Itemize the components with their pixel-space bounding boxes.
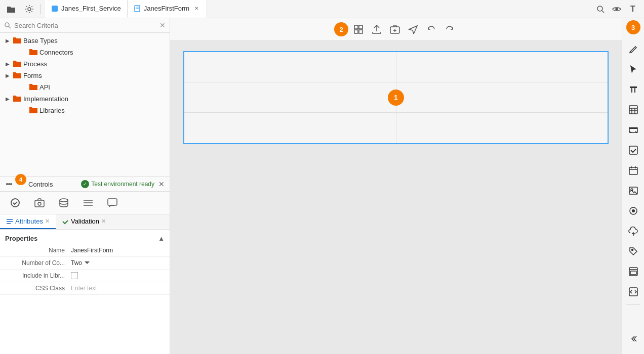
svg-point-0 xyxy=(28,8,31,11)
controls-status: ✓ Test environment ready xyxy=(81,180,154,188)
svg-point-7 xyxy=(616,8,618,10)
tree-item-connectors[interactable]: Connectors xyxy=(0,47,170,58)
tool-tag[interactable] xyxy=(624,242,642,260)
properties-header: Properties ▲ xyxy=(0,233,170,244)
ctrl-database-icon[interactable] xyxy=(57,196,71,210)
attr-tabs: Attributes ✕ Validation ✕ xyxy=(0,214,170,230)
search-bar: ✕ xyxy=(0,18,170,33)
chevron-down-icon[interactable] xyxy=(84,261,90,265)
svg-point-8 xyxy=(5,23,9,27)
sidebar-divider xyxy=(626,304,640,304)
settings-button[interactable] xyxy=(22,2,36,16)
form-canvas[interactable]: 1 xyxy=(183,51,609,144)
toolbar-send-btn[interactable] xyxy=(405,21,421,37)
tool-check[interactable] xyxy=(624,141,642,159)
badge-3: 3 xyxy=(626,20,640,34)
ctrl-list-icon[interactable] xyxy=(81,196,95,210)
form-tab-label: JanesFirstForm xyxy=(144,5,189,12)
service-tab[interactable]: Janes_First_Service xyxy=(45,0,128,18)
svg-rect-26 xyxy=(354,30,358,33)
controls-header: 4 Controls ✓ Test environment ready ✕ xyxy=(0,177,170,192)
forms-label: Forms xyxy=(23,72,42,79)
properties-collapse[interactable]: ▲ xyxy=(158,235,165,242)
svg-rect-37 xyxy=(629,146,637,154)
prop-css-row: CSS Class Enter text xyxy=(0,282,170,295)
tree-item-implementation[interactable]: ▶ Implementation xyxy=(0,93,170,105)
prop-css-label: CSS Class xyxy=(5,285,71,292)
svg-rect-38 xyxy=(629,167,637,174)
tab-validation[interactable]: Validation ✕ xyxy=(56,214,112,229)
tree-item-process[interactable]: ▶ Process xyxy=(0,58,170,70)
tab-validation-close[interactable]: ✕ xyxy=(101,218,106,225)
canvas-cell-1-2 xyxy=(396,52,608,82)
toolbar-redo-btn[interactable] xyxy=(441,21,458,37)
toolbar-upload-btn[interactable] xyxy=(369,21,385,37)
top-right-icons: T xyxy=(593,2,640,16)
svg-point-11 xyxy=(8,183,10,185)
tool-text[interactable] xyxy=(624,80,642,99)
tab-validation-label: Validation xyxy=(71,217,99,225)
badge-1: 1 xyxy=(388,90,404,106)
folder-button[interactable] xyxy=(4,2,18,16)
expand-icon-forms: ▶ xyxy=(4,72,11,79)
tool-radio[interactable] xyxy=(624,202,642,220)
toolbar-grid-btn[interactable] xyxy=(350,21,367,37)
implementation-label: Implementation xyxy=(23,95,68,103)
ctrl-camera-icon[interactable] xyxy=(32,196,47,210)
canvas-wrap: 1 xyxy=(170,41,622,354)
tool-cursor[interactable] xyxy=(624,60,642,78)
expand-icon-impl: ▶ xyxy=(4,96,11,103)
expand-icon: ▶ xyxy=(4,37,11,45)
spacer-libs xyxy=(20,107,27,114)
eye-button[interactable] xyxy=(610,2,624,16)
prop-css-input[interactable]: Enter text xyxy=(71,285,97,292)
toolbar-share-btn[interactable] xyxy=(387,21,403,37)
tree-area: ▶ Base Types Connectors ▶ Pr xyxy=(0,33,170,176)
controls-panel: 4 Controls ✓ Test environment ready ✕ xyxy=(0,176,170,214)
svg-rect-14 xyxy=(35,200,44,207)
status-dot: ✓ xyxy=(81,180,89,188)
badge-4: 4 xyxy=(15,174,26,185)
svg-point-13 xyxy=(11,199,19,207)
tree-item-api[interactable]: API xyxy=(0,81,170,93)
tool-dropdown[interactable] xyxy=(624,121,642,139)
tool-calendar[interactable] xyxy=(624,161,642,180)
form-tab-close[interactable]: ✕ xyxy=(192,5,200,13)
search-clear-button[interactable]: ✕ xyxy=(159,21,166,29)
prop-cols-select-wrap: Two xyxy=(71,259,90,267)
tree-item-forms[interactable]: ▶ Forms xyxy=(0,70,170,81)
prop-cols-row: Number of Co... Two xyxy=(0,257,170,270)
font-button[interactable]: T xyxy=(626,2,640,16)
tab-attributes-close[interactable]: ✕ xyxy=(45,218,50,225)
tool-table[interactable] xyxy=(624,101,642,119)
tool-image[interactable] xyxy=(624,182,642,200)
prop-cols-label: Number of Co... xyxy=(5,259,71,267)
folder-icon-api xyxy=(29,83,37,92)
canvas-row-1 xyxy=(184,52,608,82)
tool-upload-cloud[interactable] xyxy=(624,222,642,240)
search-button[interactable] xyxy=(593,2,608,16)
badge-2: 2 xyxy=(334,22,348,36)
svg-rect-20 xyxy=(108,199,117,205)
api-label: API xyxy=(39,83,50,91)
svg-point-12 xyxy=(10,183,12,185)
tool-embed[interactable] xyxy=(624,262,642,281)
right-sidebar: 3 xyxy=(622,18,644,354)
svg-point-16 xyxy=(60,199,68,202)
toolbar-undo-btn[interactable] xyxy=(423,21,439,37)
tool-pencil[interactable] xyxy=(624,40,642,58)
prop-lib-checkbox[interactable] xyxy=(71,272,78,279)
form-tab[interactable]: JanesFirstForm ✕ xyxy=(128,0,207,18)
libraries-label: Libraries xyxy=(39,107,65,114)
sidebar-collapse-btn[interactable] xyxy=(624,330,642,348)
tab-attributes[interactable]: Attributes ✕ xyxy=(0,214,56,229)
tree-item-libraries[interactable]: Libraries xyxy=(0,105,170,116)
search-input[interactable] xyxy=(14,22,156,29)
ctrl-chat-icon[interactable] xyxy=(105,196,119,210)
ctrl-check-icon[interactable] xyxy=(8,196,22,210)
tool-code[interactable] xyxy=(624,283,642,301)
controls-close[interactable]: ✕ xyxy=(158,180,165,188)
tree-item-base-types[interactable]: ▶ Base Types xyxy=(0,35,170,47)
svg-rect-27 xyxy=(359,30,363,33)
prop-name-label: Name xyxy=(5,247,71,254)
